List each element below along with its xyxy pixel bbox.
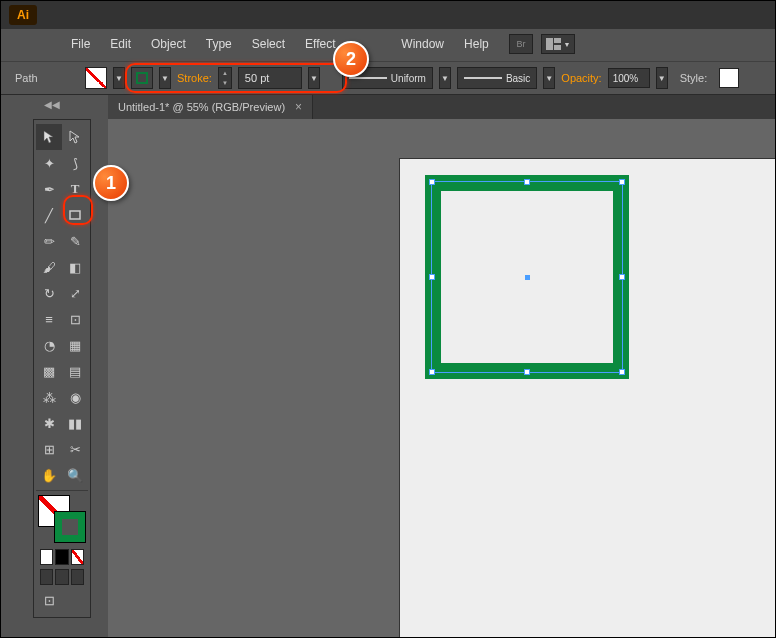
svg-rect-3: [70, 211, 80, 219]
document-tab[interactable]: Untitled-1* @ 55% (RGB/Preview) ×: [108, 95, 313, 119]
slice-tool[interactable]: ✂: [62, 436, 88, 462]
panel-expand-caret[interactable]: ◀◀: [7, 99, 97, 110]
resize-handle[interactable]: [429, 274, 435, 280]
control-bar: Path ▼ ▼ Stroke: ▲▼ 50 pt ▼ Uniform ▼ Ba…: [1, 61, 775, 95]
stroke-width-dropdown[interactable]: ▼: [308, 67, 320, 89]
bridge-icon[interactable]: Br: [509, 34, 533, 54]
fill-dropdown[interactable]: ▼: [113, 67, 125, 89]
brush-definition[interactable]: Basic: [457, 67, 537, 89]
none-mode-button[interactable]: [71, 549, 84, 565]
rotate-tool[interactable]: ↻: [36, 280, 62, 306]
pen-tool[interactable]: ✒: [36, 176, 62, 202]
draw-behind-button[interactable]: [55, 569, 68, 585]
selection-bounding-box[interactable]: [431, 181, 623, 373]
color-mode-button[interactable]: [40, 549, 53, 565]
opacity-label[interactable]: Opacity:: [561, 72, 601, 84]
shape-builder-tool[interactable]: ◔: [36, 332, 62, 358]
style-swatch[interactable]: [719, 68, 739, 88]
svg-rect-2: [554, 45, 561, 50]
zoom-tool[interactable]: 🔍: [62, 462, 88, 488]
scale-tool[interactable]: ⤢: [62, 280, 88, 306]
document-tab-bar: Untitled-1* @ 55% (RGB/Preview) ×: [108, 95, 775, 119]
menu-file[interactable]: File: [61, 33, 100, 55]
center-point-icon: [525, 275, 530, 280]
type-tool[interactable]: T: [62, 176, 88, 202]
perspective-grid-tool[interactable]: ▦: [62, 332, 88, 358]
mesh-tool[interactable]: ▩: [36, 358, 62, 384]
pencil-tool[interactable]: ✎: [62, 228, 88, 254]
draw-normal-button[interactable]: [40, 569, 53, 585]
paintbrush-tool[interactable]: ✏: [36, 228, 62, 254]
resize-handle[interactable]: [619, 179, 625, 185]
gradient-tool[interactable]: ▤: [62, 358, 88, 384]
draw-inside-button[interactable]: [71, 569, 84, 585]
document-tab-title: Untitled-1* @ 55% (RGB/Preview): [118, 101, 285, 113]
rectangle-tool[interactable]: [62, 202, 88, 228]
direct-selection-tool[interactable]: [62, 124, 88, 150]
line-segment-tool[interactable]: ╱: [36, 202, 62, 228]
style-label: Style:: [674, 72, 714, 84]
menu-window[interactable]: Window: [391, 33, 454, 55]
selection-type-label: Path: [9, 72, 79, 84]
menu-edit[interactable]: Edit: [100, 33, 141, 55]
close-icon[interactable]: ×: [295, 100, 302, 114]
column-graph-tool[interactable]: ▮▮: [62, 410, 88, 436]
resize-handle[interactable]: [429, 179, 435, 185]
opacity-dropdown[interactable]: ▼: [656, 67, 668, 89]
hand-tool[interactable]: ✋: [36, 462, 62, 488]
menu-object[interactable]: Object: [141, 33, 196, 55]
lasso-tool[interactable]: ⟆: [62, 150, 88, 176]
screen-mode-button[interactable]: ⊡: [36, 587, 62, 613]
width-tool[interactable]: ≡: [36, 306, 62, 332]
annotation-badge-1: 1: [93, 165, 129, 201]
app-window: Ai File Edit Object Type Select Effect V…: [0, 0, 776, 638]
symbol-sprayer-tool[interactable]: ✱: [36, 410, 62, 436]
eraser-tool[interactable]: ◧: [62, 254, 88, 280]
stroke-color-swatch[interactable]: [131, 67, 153, 89]
brush-dropdown[interactable]: ▼: [543, 67, 555, 89]
eyedropper-tool[interactable]: ⁂: [36, 384, 62, 410]
blob-brush-tool[interactable]: 🖌: [36, 254, 62, 280]
svg-rect-0: [546, 38, 553, 50]
resize-handle[interactable]: [524, 179, 530, 185]
resize-handle[interactable]: [619, 369, 625, 375]
menu-select[interactable]: Select: [242, 33, 295, 55]
artboard-tool[interactable]: ⊞: [36, 436, 62, 462]
resize-handle[interactable]: [524, 369, 530, 375]
titlebar: Ai: [1, 1, 775, 29]
app-logo: Ai: [9, 5, 37, 25]
arrange-docs-icon[interactable]: ▼: [541, 34, 575, 54]
resize-handle[interactable]: [619, 274, 625, 280]
menubar: File Edit Object Type Select Effect View…: [1, 31, 775, 57]
stroke-panel-link[interactable]: Stroke:: [177, 72, 212, 84]
free-transform-tool[interactable]: ⊡: [62, 306, 88, 332]
annotation-badge-2: 2: [333, 41, 369, 77]
stroke-width-input[interactable]: 50 pt: [238, 67, 302, 89]
resize-handle[interactable]: [429, 369, 435, 375]
tools-panel: ✦ ⟆ ✒ T ╱ ✏ ✎ 🖌 ◧ ↻ ⤢ ≡ ⊡ ◔ ▦: [33, 119, 91, 618]
magic-wand-tool[interactable]: ✦: [36, 150, 62, 176]
stroke-width-stepper[interactable]: ▲▼: [218, 67, 232, 89]
menu-help[interactable]: Help: [454, 33, 499, 55]
blend-tool[interactable]: ◉: [62, 384, 88, 410]
fill-stroke-indicator[interactable]: [38, 495, 86, 543]
opacity-input[interactable]: 100%: [608, 68, 650, 88]
profile-dropdown[interactable]: ▼: [439, 67, 451, 89]
gradient-mode-button[interactable]: [55, 549, 68, 565]
stroke-dropdown[interactable]: ▼: [159, 67, 171, 89]
selection-tool[interactable]: [36, 124, 62, 150]
fill-color-swatch[interactable]: [85, 67, 107, 89]
svg-rect-1: [554, 38, 561, 43]
stroke-indicator[interactable]: [54, 511, 86, 543]
menu-type[interactable]: Type: [196, 33, 242, 55]
